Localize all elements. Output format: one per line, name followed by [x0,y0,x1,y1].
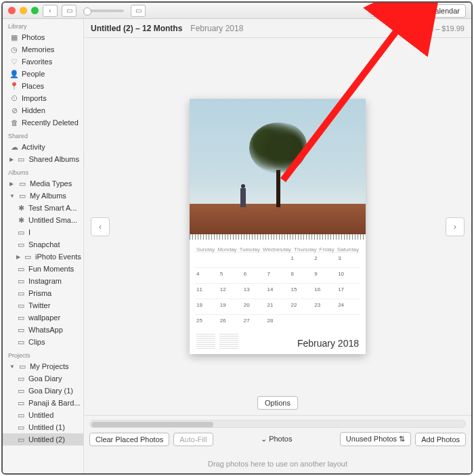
label: Instagram [28,277,62,285]
sidebar-item-recently-deleted[interactable]: 🗑Recently Deleted [3,116,83,129]
zoom-icon[interactable] [31,7,39,14]
album-icon: ▭ [16,264,26,274]
project-icon: ▭ [16,386,26,395]
window-controls [8,7,39,14]
sidebar-item-iphoto-events[interactable]: ▶▭iPhoto Events [3,251,83,263]
close-icon[interactable] [8,7,16,14]
buy-calendar-button[interactable]: Buy Calendar [408,4,466,18]
sidebar-item-shared-albums[interactable]: ▶▭Shared Albums [3,153,83,165]
label: Photos [22,33,45,41]
project-subtitle: February 2018 [190,24,243,33]
sidebar-item-media-types[interactable]: ▶▭Media Types [3,177,83,190]
thumb-size-max-icon[interactable]: ▭ [131,5,146,17]
label: iPhoto Events [35,253,81,261]
person-icon: 👤 [9,69,19,79]
sidebar-item-hidden[interactable]: ⊘Hidden [3,104,83,116]
folder-icon: ▭ [18,191,27,200]
clear-placed-button[interactable]: Clear Placed Photos [89,433,169,446]
sidebar-item-people[interactable]: 👤People [3,68,83,80]
label: Clips [28,338,45,346]
sidebar-item-album[interactable]: ▭wallpaper [3,311,83,324]
cloud-icon: ☁ [9,142,19,152]
label: Twitter [28,301,50,309]
photos-tray-toggle[interactable]: Photos [217,435,336,443]
page-scrollbar[interactable] [89,420,466,428]
chevron-right-icon: ▶ [16,254,20,260]
thumb-size-min-icon[interactable]: ▭ [62,5,77,17]
photos-icon: ▦ [9,33,19,42]
sidebar-item-photos[interactable]: ▦Photos [3,31,83,43]
label: WhatsApp [28,326,63,334]
prev-page-button[interactable]: ‹ [91,217,110,236]
label: My Albums [30,192,66,200]
project-icon: ▭ [16,423,26,432]
folder-icon: ▭ [18,362,27,371]
sidebar-item-favorites[interactable]: ♡Favorites [3,56,83,68]
sidebar-item-places[interactable]: 📍Places [3,80,83,92]
label: Activity [22,143,45,151]
album-icon: ▭ [16,240,26,249]
zoom-slider[interactable] [83,9,124,12]
section-shared: Shared [3,129,83,141]
footer-bar: Clear Placed Photos Auto-Fill Photos Unu… [84,415,471,473]
label: Recently Deleted [22,118,79,127]
minimize-icon[interactable] [20,7,27,14]
label: Places [22,82,44,90]
sidebar-item-project-selected[interactable]: ▭Untitled (2) [3,433,83,446]
add-photos-button[interactable]: Add Photos [415,433,466,446]
titlebar: ‹ ▭ ▭ ▥ ▤ Buy Calendar [3,3,471,19]
section-library: Library [3,19,83,31]
sidebar-item-activity[interactable]: ☁Activity [3,141,83,153]
sidebar-item-album[interactable]: ✱Test Smart A... [3,202,83,214]
project-icon: ▭ [16,398,26,408]
clock-icon: ⏲ [9,93,19,103]
album-icon: ▭ [16,288,26,298]
section-albums: Albums [3,165,83,177]
sidebar-item-project[interactable]: ▭Panaji & Bard... [3,397,83,409]
trash-icon: 🗑 [9,118,19,127]
calendar-photo [190,99,366,234]
auto-fill-button[interactable]: Auto-Fill [173,433,213,446]
sidebar-item-album[interactable]: ▭I [3,226,83,238]
view-toggle-1[interactable]: ▥ [370,5,385,17]
section-projects: Projects [3,348,83,360]
sidebar-item-my-albums[interactable]: ▼▭My Albums [3,190,83,202]
sidebar-item-project[interactable]: ▭Goa Diary [3,372,83,385]
calendar-grid: SundayMondayTuesdayWednesdayThursdayFrid… [190,240,366,331]
mini-months [196,334,238,349]
label: Media Types [30,179,72,188]
label: wallpaper [28,313,60,322]
sidebar-item-album[interactable]: ▭Fun Moments [3,263,83,275]
spiral-binding [190,234,366,240]
label: Panaji & Bard... [28,399,80,407]
label: Untitled Sma... [28,216,77,224]
sidebar-item-album[interactable]: ▭Clips [3,336,83,348]
sidebar-item-memories[interactable]: ◷Memories [3,43,83,56]
next-page-button[interactable]: › [446,217,465,236]
label: Memories [22,45,54,53]
back-button[interactable]: ‹ [43,5,58,17]
options-button[interactable]: Options [257,396,298,410]
smart-album-icon: ✱ [16,203,26,213]
sidebar-item-album[interactable]: ▭WhatsApp [3,324,83,336]
label: Fun Moments [28,265,74,273]
sidebar-item-project[interactable]: ▭Untitled [3,409,83,421]
sidebar-item-album[interactable]: ▭Instagram [3,275,83,287]
sidebar-item-project[interactable]: ▭Goa Diary (1) [3,385,83,397]
sidebar-item-album[interactable]: ▭Twitter [3,299,83,311]
sidebar-item-album[interactable]: ▭Prisma [3,287,83,299]
label: Untitled [28,411,53,419]
sidebar-item-album[interactable]: ▭Snapchat [3,238,83,251]
sidebar-item-imports[interactable]: ⏲Imports [3,92,83,104]
calendar-preview[interactable]: SundayMondayTuesdayWednesdayThursdayFrid… [190,99,366,354]
smart-album-icon: ✱ [16,215,26,225]
view-toggle-2[interactable]: ▤ [389,5,404,17]
sidebar-item-project[interactable]: ▭Untitled (1) [3,421,83,433]
unused-photos-select[interactable]: Unused Photos ⇅ [340,432,411,446]
content-header: Untitled (2) – 12 Months February 2018 1… [84,19,471,38]
folder-icon: ▭ [16,154,26,164]
label: Unused Photos [346,435,397,443]
sidebar-item-my-projects[interactable]: ▼▭My Projects [3,360,83,372]
month-label: February 2018 [297,338,359,349]
sidebar-item-album[interactable]: ✱Untitled Sma... [3,214,83,226]
